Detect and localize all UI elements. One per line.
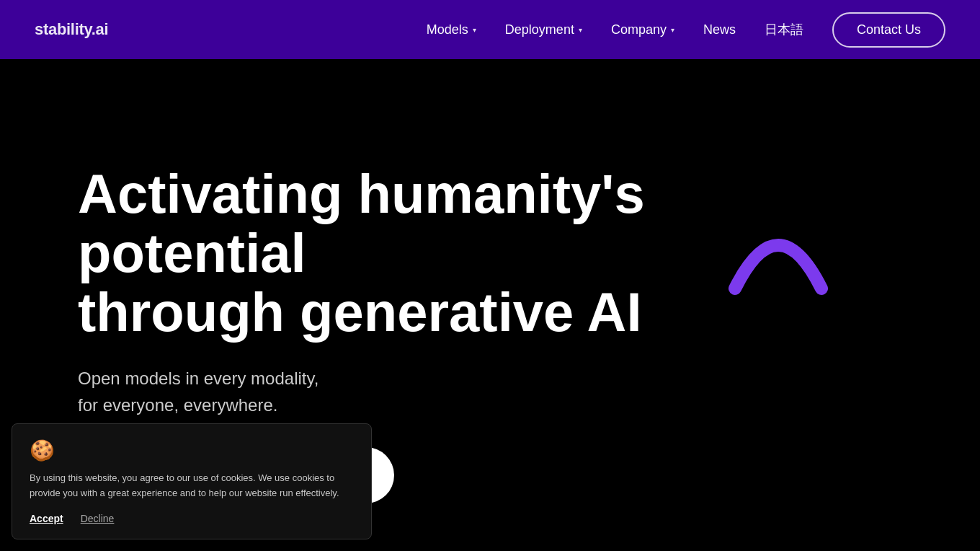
cookie-icon: 🍪 <box>30 438 354 462</box>
navbar: stability.ai Models ▾ Deployment ▾ Compa… <box>0 0 980 59</box>
hero-subtitle-line1: Open models in every modality, <box>78 369 318 388</box>
nav-links: Models ▾ Deployment ▾ Company ▾ News 日本語… <box>427 12 945 48</box>
arc-decoration <box>721 188 836 303</box>
logo[interactable]: stability.ai <box>35 20 108 39</box>
chevron-down-icon: ▾ <box>671 26 674 34</box>
chevron-down-icon: ▾ <box>473 26 476 34</box>
nav-news-label: News <box>703 22 736 38</box>
hero-subtitle: Open models in every modality, for every… <box>78 365 453 418</box>
logo-text: stability.ai <box>35 20 108 39</box>
nav-company-label: Company <box>611 22 667 38</box>
hero-title-line2: through generative AI <box>78 281 642 343</box>
nav-deployment[interactable]: Deployment ▾ <box>505 22 582 38</box>
cookie-banner: 🍪 By using this website, you agree to ou… <box>12 423 372 539</box>
cookie-accept-button[interactable]: Accept <box>30 513 63 524</box>
contact-us-button[interactable]: Contact Us <box>832 12 945 48</box>
cookie-text: By using this website, you agree to our … <box>30 471 354 501</box>
hero-title: Activating humanity's potential through … <box>78 164 726 342</box>
nav-japanese[interactable]: 日本語 <box>765 21 803 38</box>
hero-subtitle-line2: for everyone, everywhere. <box>78 395 277 415</box>
hero-title-line1: Activating humanity's potential <box>78 163 645 283</box>
cookie-decline-button[interactable]: Decline <box>81 513 115 524</box>
nav-japanese-label: 日本語 <box>765 21 803 38</box>
nav-deployment-label: Deployment <box>505 22 574 38</box>
nav-models-label: Models <box>427 22 468 38</box>
chevron-down-icon: ▾ <box>579 26 582 34</box>
nav-models[interactable]: Models ▾ <box>427 22 476 38</box>
cookie-actions: Accept Decline <box>30 513 354 524</box>
nav-news[interactable]: News <box>703 22 736 38</box>
nav-company[interactable]: Company ▾ <box>611 22 674 38</box>
